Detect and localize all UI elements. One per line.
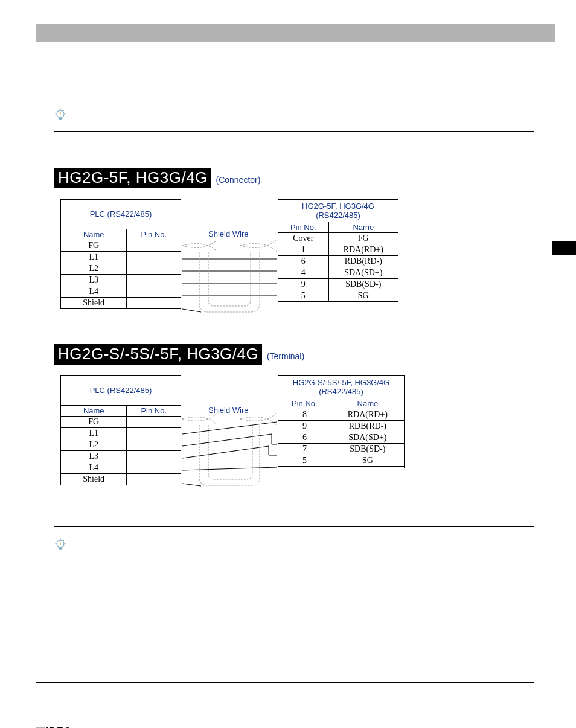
- cell: L4: [61, 286, 127, 298]
- svg-line-28: [63, 540, 65, 541]
- heading-badge-1: HG2G-5F, HG3G/4G: [54, 168, 211, 188]
- left-pin-table-b: NamePin No. FG L1 L2 L3 L4 Shield: [60, 405, 181, 485]
- cell: Cover: [278, 233, 329, 244]
- cell: L4: [61, 462, 127, 474]
- left-pin-table: NamePin No. FG L1 L2 L3 L4 Shield: [60, 229, 181, 309]
- svg-line-5: [56, 110, 57, 111]
- heading-suffix-1: (Connector): [216, 175, 260, 185]
- cell: L2: [61, 439, 127, 451]
- cell: 4: [278, 267, 329, 279]
- divider: [54, 561, 534, 561]
- cell: 9: [278, 421, 331, 432]
- cell: RDB(RD-): [331, 421, 404, 432]
- wire-diagram-b: [181, 410, 278, 500]
- svg-line-20: [182, 467, 277, 470]
- cell: SG: [328, 290, 398, 302]
- col-name: Name: [61, 229, 127, 240]
- col-pin: Pin No.: [127, 229, 181, 240]
- right-title-b1: HG2G-S/-5S/-5F, HG3G/4G: [280, 378, 403, 387]
- cell: RDA(RD+): [331, 409, 404, 421]
- cell: 6: [278, 256, 329, 267]
- cell: FG: [61, 240, 127, 252]
- cell: 1: [278, 244, 329, 256]
- svg-line-27: [56, 540, 57, 541]
- col-pin: Pin No.: [278, 398, 331, 409]
- divider: [54, 526, 534, 527]
- cell: 5: [278, 455, 331, 467]
- side-tab: [552, 241, 576, 255]
- col-name: Name: [61, 406, 127, 417]
- cell: SDB(SD-): [331, 444, 404, 455]
- cell: 5: [278, 290, 329, 302]
- cell: SG: [331, 455, 404, 467]
- divider: [54, 97, 534, 97]
- lightbulb-icon: !: [54, 538, 66, 552]
- cell: Shield: [61, 298, 127, 309]
- cell: SDB(SD-): [328, 279, 398, 290]
- svg-text:!: !: [60, 111, 62, 117]
- cell: SDA(SD+): [331, 432, 404, 444]
- cell: L3: [61, 451, 127, 462]
- cell: L1: [61, 428, 127, 439]
- cell: Shield: [61, 474, 127, 485]
- cell: L2: [61, 263, 127, 275]
- cell: 6: [278, 432, 331, 444]
- right-pin-table: Pin No.Name CoverFG 1RDA(RD+) 6RDB(RD-) …: [278, 222, 398, 302]
- cell: FG: [61, 417, 127, 428]
- svg-text:!: !: [60, 541, 62, 546]
- cell: [278, 467, 331, 468]
- svg-line-17: [182, 446, 269, 458]
- lightbulb-icon: !: [54, 108, 66, 123]
- footer-divider: [36, 682, 534, 683]
- left-title-b: PLC (RS422/485): [60, 375, 181, 405]
- svg-line-6: [63, 110, 65, 111]
- left-title: PLC (RS422/485): [60, 199, 181, 229]
- wire-diagram: [181, 234, 278, 324]
- svg-rect-1: [59, 117, 62, 120]
- heading-badge-2: HG2G-S/-5S/-5F, HG3G/4G: [54, 344, 262, 365]
- col-name: Name: [331, 398, 404, 409]
- svg-rect-23: [59, 547, 62, 550]
- svg-line-21: [182, 484, 201, 486]
- cell: 8: [278, 409, 331, 421]
- right-title-2: (RS422/485): [280, 211, 397, 220]
- cell: L3: [61, 275, 127, 286]
- cell: L1: [61, 252, 127, 263]
- right-title-1: HG2G-5F, HG3G/4G: [280, 202, 397, 211]
- right-title-b2: (RS422/485): [280, 387, 403, 396]
- cell: SDA(SD+): [328, 267, 398, 279]
- cell: 9: [278, 279, 329, 290]
- col-pin: Pin No.: [278, 222, 329, 233]
- cell: 7: [278, 444, 331, 455]
- svg-line-13: [182, 422, 277, 434]
- svg-line-12: [182, 309, 201, 312]
- col-pin: Pin No.: [127, 406, 181, 417]
- divider: [54, 131, 534, 132]
- header-bar: [36, 24, 555, 42]
- svg-line-14: [182, 434, 272, 446]
- cell: RDB(RD-): [328, 256, 398, 267]
- col-name: Name: [328, 222, 398, 233]
- cell: [331, 467, 404, 468]
- right-pin-table-b: Pin No.Name 8RDA(RD+) 9RDB(RD-) 6SDA(SD+…: [278, 398, 405, 468]
- cell: FG: [328, 233, 398, 244]
- cell: RDA(RD+): [328, 244, 398, 256]
- heading-suffix-2: (Terminal): [267, 351, 304, 361]
